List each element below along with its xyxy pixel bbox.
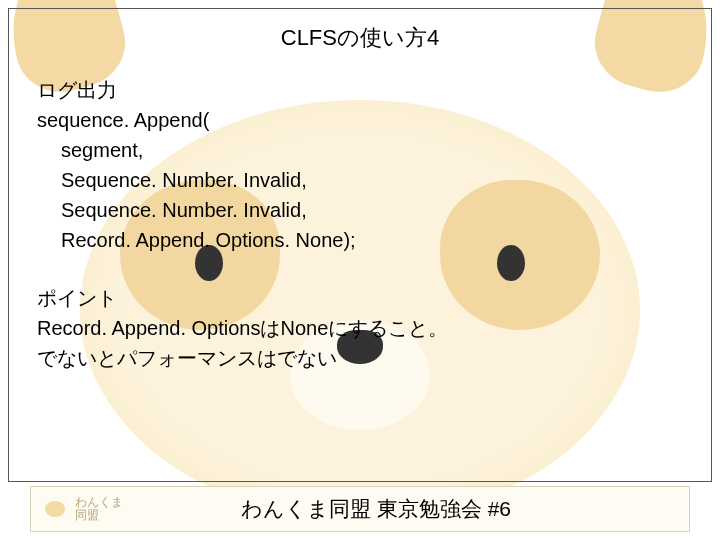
code-block: ログ出力 sequence. Append( segment, Sequence… bbox=[37, 75, 356, 255]
slide-title: CLFSの使い方4 bbox=[9, 9, 711, 53]
section-heading: ポイント bbox=[37, 283, 448, 313]
footer-bar: わんくま 同盟 わんくま同盟 東京勉強会 #6 bbox=[30, 486, 690, 532]
section-heading: ログ出力 bbox=[37, 75, 356, 105]
note-line: でないとパフォーマンスはでない bbox=[37, 343, 448, 373]
slide-frame: CLFSの使い方4 ログ出力 sequence. Append( segment… bbox=[8, 8, 712, 482]
footer-logo: わんくま 同盟 bbox=[41, 496, 123, 522]
code-line: sequence. Append( bbox=[37, 105, 356, 135]
footer-title: わんくま同盟 東京勉強会 #6 bbox=[123, 495, 689, 523]
note-line: Record. Append. OptionsはNoneにすること。 bbox=[37, 313, 448, 343]
code-line: Sequence. Number. Invalid, bbox=[37, 195, 356, 225]
code-line: segment, bbox=[37, 135, 356, 165]
bear-icon bbox=[41, 497, 69, 521]
code-line: Record. Append. Options. None); bbox=[37, 225, 356, 255]
notes-block: ポイント Record. Append. OptionsはNoneにすること。 … bbox=[37, 283, 448, 373]
code-line: Sequence. Number. Invalid, bbox=[37, 165, 356, 195]
footer-logo-text: わんくま 同盟 bbox=[75, 496, 123, 522]
